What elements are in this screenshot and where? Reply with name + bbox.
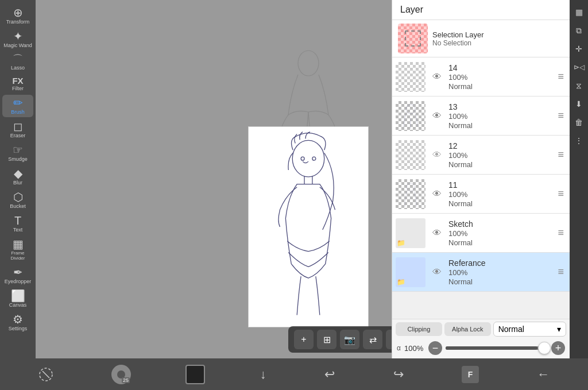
brush-icon: ✏ bbox=[13, 97, 23, 109]
layer-14-menu[interactable]: ≡ bbox=[555, 68, 566, 85]
layer-12-info: 12 100% Normal bbox=[448, 141, 552, 169]
layer-reference-menu[interactable]: ≡ bbox=[555, 264, 566, 280]
layer-14-visibility[interactable]: 👁 bbox=[429, 72, 445, 82]
tool-blur-label: Blur bbox=[13, 180, 22, 186]
settings-icon: ⚙ bbox=[13, 314, 23, 325]
opacity-plus-button[interactable]: + bbox=[551, 341, 565, 355]
tool-transform-label: Transform bbox=[6, 19, 30, 25]
right-micro-toolbar: ▦ ⧉ ✛ ⊳◁ ⧖ ⬇ 🗑 ⋮ bbox=[570, 0, 588, 358]
add-frame-button[interactable]: ⊞ bbox=[317, 330, 336, 349]
layer-12-menu[interactable]: ≡ bbox=[555, 146, 566, 163]
svg-line-7 bbox=[42, 371, 49, 378]
white-canvas bbox=[248, 126, 369, 327]
back-button[interactable]: ← bbox=[533, 364, 553, 385]
layer-reference-number: Referance bbox=[448, 258, 552, 268]
tool-settings[interactable]: ⚙ Settings bbox=[2, 311, 33, 334]
opacity-value: 100% bbox=[404, 344, 425, 353]
layer-bottom-controls: Clipping Alpha Lock Normal ▾ α 100% − + bbox=[392, 319, 570, 358]
smudge-icon: ☞ bbox=[13, 144, 23, 156]
tool-magic-wand[interactable]: ✦ Magic Wand bbox=[2, 28, 33, 51]
tool-frame-divider[interactable]: ▦ Frame Divider bbox=[2, 236, 33, 263]
gallery-button[interactable]: F bbox=[458, 362, 482, 387]
layers-stack-button[interactable]: ⧉ bbox=[571, 23, 586, 38]
tool-eraser[interactable]: ◻ Eraser bbox=[2, 118, 33, 141]
tool-bucket[interactable]: ⬡ Bucket bbox=[2, 189, 33, 211]
layer-reference-thumbnail: 📁 bbox=[396, 257, 425, 287]
clipping-button[interactable]: Clipping bbox=[396, 322, 442, 336]
tool-text[interactable]: T Text bbox=[2, 213, 33, 235]
layer-reference-opacity: 100% bbox=[448, 268, 552, 277]
layer-sketch-number: Sketch bbox=[448, 219, 552, 229]
layer-sketch-visibility[interactable]: 👁 bbox=[429, 228, 445, 238]
add-layer-button[interactable]: + bbox=[294, 330, 314, 349]
filter-button[interactable]: ⧖ bbox=[571, 78, 586, 93]
layer-row-sketch[interactable]: 📁 👁 Sketch 100% Normal ≡ bbox=[392, 214, 570, 253]
svg-point-2 bbox=[301, 157, 304, 160]
more-button[interactable]: ⋮ bbox=[571, 133, 586, 148]
layer-12-visibility[interactable]: 👁 bbox=[429, 150, 445, 160]
magic-wand-icon: ✦ bbox=[13, 30, 23, 42]
selection-clear-button[interactable] bbox=[35, 364, 57, 385]
layer-12-opacity: 100% bbox=[448, 151, 552, 160]
checker-button[interactable]: ▦ bbox=[571, 5, 586, 20]
opacity-slider[interactable] bbox=[446, 346, 548, 350]
layer-11-menu[interactable]: ≡ bbox=[555, 186, 566, 202]
transform-icon: ⊕ bbox=[13, 7, 23, 18]
layer-13-visibility[interactable]: 👁 bbox=[429, 111, 445, 121]
undo-button[interactable]: ↩ bbox=[321, 364, 338, 385]
layers-list: 👁 14 100% Normal ≡ 👁 bbox=[392, 57, 570, 319]
tool-bucket-label: Bucket bbox=[10, 203, 26, 209]
tool-lasso-label: Lasso bbox=[11, 65, 25, 71]
tool-lasso[interactable]: ⌒ Lasso bbox=[2, 52, 33, 73]
layer-14-number: 14 bbox=[448, 63, 552, 72]
layer-13-opacity: 100% bbox=[448, 112, 552, 121]
layer-panel: Layer Selection Layer No Selection 👁 14 … bbox=[392, 0, 570, 358]
move-button[interactable]: ✛ bbox=[571, 41, 586, 56]
alpha-lock-button[interactable]: Alpha Lock bbox=[444, 322, 491, 336]
tool-brush[interactable]: ✏ Brush bbox=[2, 95, 33, 117]
opacity-slider-thumb[interactable] bbox=[538, 342, 551, 354]
color-swatch[interactable] bbox=[185, 365, 205, 384]
delete-button[interactable]: 🗑 bbox=[571, 115, 586, 130]
tool-blur[interactable]: ◆ Blur bbox=[2, 165, 33, 188]
tool-filter-label: Filter bbox=[12, 86, 24, 91]
layer-11-opacity: 100% bbox=[448, 190, 552, 199]
layer-row-13[interactable]: 👁 13 100% Normal ≡ bbox=[392, 96, 570, 136]
opacity-minus-button[interactable]: − bbox=[428, 341, 442, 355]
down-arrow-button[interactable]: ↓ bbox=[257, 364, 270, 385]
layer-row-12[interactable]: 👁 12 100% Normal ≡ bbox=[392, 136, 570, 175]
layer-13-thumbnail bbox=[396, 101, 425, 131]
tool-canvas[interactable]: ⬜ Canvas bbox=[2, 288, 33, 310]
bottom-toolbar: 25 ↓ ↩ ↪ F ← bbox=[0, 358, 588, 390]
layer-12-number: 12 bbox=[448, 141, 552, 150]
layer-row-11[interactable]: 👁 11 100% Normal ≡ bbox=[392, 175, 570, 214]
tool-transform[interactable]: ⊕ Transform bbox=[2, 5, 33, 27]
layer-13-blend: Normal bbox=[448, 121, 552, 130]
layer-row-reference[interactable]: 📁 👁 Referance 100% Normal ≡ bbox=[392, 253, 570, 292]
layer-row-14[interactable]: 👁 14 100% Normal ≡ bbox=[392, 57, 570, 96]
blend-mode-dropdown[interactable]: Normal ▾ bbox=[493, 322, 566, 337]
layer-reference-info: Referance 100% Normal bbox=[448, 258, 552, 286]
layer-13-menu[interactable]: ≡ bbox=[555, 107, 566, 124]
import-button[interactable]: ⬇ bbox=[571, 96, 586, 111]
layer-blend-row: Clipping Alpha Lock Normal ▾ bbox=[392, 319, 570, 339]
tool-magic-wand-label: Magic Wand bbox=[3, 43, 32, 48]
flip-button[interactable]: ⇄ bbox=[363, 330, 382, 349]
frame-divider-icon: ▦ bbox=[13, 238, 24, 250]
svg-point-0 bbox=[298, 51, 319, 76]
redo-button[interactable]: ↪ bbox=[390, 364, 407, 385]
tool-eraser-label: Eraser bbox=[10, 133, 26, 138]
camera-button[interactable]: 📷 bbox=[340, 330, 359, 349]
brush-size-button[interactable]: 25 bbox=[108, 361, 134, 388]
selection-layer-row[interactable]: Selection Layer No Selection bbox=[392, 20, 570, 57]
layer-panel-header: Layer bbox=[392, 0, 570, 20]
layer-reference-visibility[interactable]: 👁 bbox=[429, 267, 445, 277]
tool-smudge[interactable]: ☞ Smudge bbox=[2, 142, 33, 164]
layer-14-thumbnail bbox=[396, 62, 425, 92]
selection-layer-info: Selection Layer No Selection bbox=[432, 30, 564, 47]
tool-filter[interactable]: FX Filter bbox=[2, 74, 33, 94]
mirror-button[interactable]: ⊳◁ bbox=[571, 60, 586, 75]
layer-sketch-menu[interactable]: ≡ bbox=[555, 225, 566, 241]
tool-eyedropper[interactable]: ✒ Eyedropper bbox=[2, 264, 33, 287]
layer-11-visibility[interactable]: 👁 bbox=[429, 189, 445, 199]
